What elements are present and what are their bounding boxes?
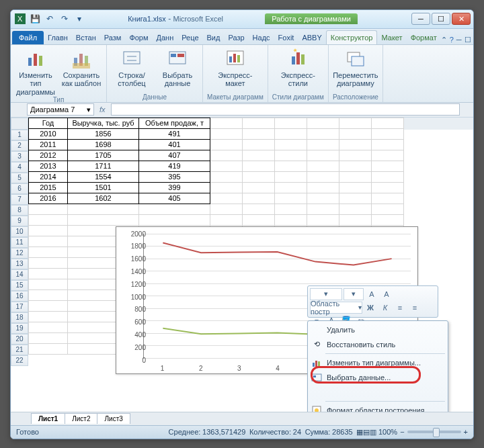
sheet-tab-bar[interactable]: Лист1 Лист2 Лист3 — [11, 412, 473, 425]
tab-design[interactable]: Конструктор — [326, 30, 378, 44]
cell[interactable] — [307, 204, 339, 214]
cell[interactable] — [29, 225, 68, 236]
row-header[interactable]: 13 — [11, 259, 28, 269]
cell[interactable] — [372, 118, 404, 128]
name-box[interactable]: Диаграмма 7▾ — [27, 103, 94, 116]
cell[interactable] — [307, 118, 339, 128]
row-header[interactable]: 9 — [11, 216, 28, 226]
cell[interactable] — [339, 161, 372, 171]
cell[interactable]: 1698 — [68, 139, 139, 150]
cell[interactable] — [339, 193, 372, 204]
row-header[interactable]: 1 — [11, 130, 28, 140]
cell[interactable] — [372, 161, 404, 171]
cell[interactable] — [307, 193, 339, 204]
align-icon[interactable]: ≡ — [393, 302, 407, 314]
cell[interactable]: 2012 — [29, 150, 68, 161]
cell[interactable] — [139, 214, 210, 225]
tab-addins[interactable]: Надс — [249, 31, 274, 44]
mini-toolbar[interactable]: ▾ ▾ A A Область постр▾ Ж К ≡ ≡ ≡ A 🪣 ✏ — [307, 285, 438, 318]
row-header[interactable]: 17 — [11, 302, 28, 312]
doc-restore-icon[interactable]: ☐ — [465, 36, 471, 44]
cell[interactable] — [210, 171, 243, 182]
fx-icon[interactable]: fx — [99, 105, 106, 114]
cell[interactable] — [339, 182, 372, 193]
row-header[interactable]: 14 — [11, 269, 28, 280]
tab-formulas[interactable]: Форм — [125, 31, 152, 44]
zoom-level[interactable]: 100% — [378, 428, 397, 436]
row-header[interactable]: 5 — [11, 173, 28, 183]
row-header[interactable]: 15 — [11, 280, 28, 291]
help-icon[interactable]: ? — [450, 36, 454, 44]
row-header[interactable]: 22 — [11, 355, 28, 366]
row-header[interactable]: 4 — [11, 162, 28, 173]
cell[interactable] — [275, 182, 307, 193]
cell[interactable]: 1501 — [68, 182, 139, 193]
cell[interactable] — [139, 204, 210, 214]
cell[interactable] — [307, 128, 339, 139]
cell[interactable] — [29, 332, 68, 343]
cell[interactable]: Выручка, тыс. руб — [68, 118, 139, 128]
tab-foxit[interactable]: Foxit — [274, 31, 298, 44]
menu-item[interactable]: Выбрать данные... — [308, 370, 448, 385]
cell[interactable]: 1554 — [68, 171, 139, 182]
italic-icon[interactable]: К — [378, 302, 392, 314]
cell[interactable] — [339, 214, 372, 225]
formula-input[interactable] — [111, 103, 460, 116]
shrink-font-icon[interactable]: A — [380, 288, 393, 300]
cell[interactable]: 395 — [139, 171, 210, 182]
cell[interactable] — [372, 171, 404, 182]
cell[interactable]: 2016 — [29, 193, 68, 204]
cell[interactable] — [210, 204, 243, 214]
align2-icon[interactable]: ≡ — [408, 302, 421, 314]
cell[interactable] — [307, 150, 339, 161]
cell[interactable] — [275, 161, 307, 171]
cell[interactable]: 2014 — [29, 171, 68, 182]
cell[interactable] — [243, 161, 275, 171]
cell[interactable]: 1711 — [68, 161, 139, 171]
cell[interactable] — [243, 214, 275, 225]
grow-font-icon[interactable]: A — [365, 288, 378, 300]
row-header[interactable]: 8 — [11, 205, 28, 216]
menu-item[interactable]: Формат области построения... — [308, 403, 448, 412]
cell[interactable] — [210, 182, 243, 193]
cell[interactable] — [372, 128, 404, 139]
cell[interactable] — [210, 139, 243, 150]
cell[interactable] — [372, 204, 404, 214]
cell[interactable] — [275, 193, 307, 204]
zoom-control[interactable]: 100% −+ — [378, 428, 468, 436]
cell[interactable] — [307, 171, 339, 182]
cell[interactable] — [243, 150, 275, 161]
cell[interactable] — [210, 161, 243, 171]
view-normal-icon[interactable]: ▦ — [356, 428, 363, 437]
row-header[interactable]: 6 — [11, 183, 28, 194]
maximize-button[interactable]: ☐ — [432, 13, 450, 25]
cell[interactable] — [339, 118, 372, 128]
cell[interactable]: 1602 — [68, 193, 139, 204]
cell[interactable] — [307, 161, 339, 171]
tab-review[interactable]: Реце — [177, 31, 202, 44]
cell[interactable]: 1856 — [68, 128, 139, 139]
cell[interactable] — [243, 139, 275, 150]
cell[interactable] — [275, 150, 307, 161]
menu-item[interactable]: ⟲Восстановить стиль — [308, 337, 448, 352]
row-header[interactable]: 12 — [11, 248, 28, 259]
sheet-tab[interactable]: Лист2 — [65, 413, 97, 424]
cell[interactable] — [243, 204, 275, 214]
cell[interactable]: Год — [29, 118, 68, 128]
change-chart-type-button[interactable]: Изменить тип диаграммы — [15, 48, 56, 97]
cell[interactable] — [29, 279, 68, 289]
cell[interactable] — [243, 118, 275, 128]
cell[interactable] — [243, 128, 275, 139]
qat-more-icon[interactable]: ▾ — [73, 12, 86, 26]
fontsize-dropdown[interactable]: ▾ — [344, 288, 364, 300]
cell[interactable] — [275, 118, 307, 128]
cell[interactable]: 491 — [139, 128, 210, 139]
cell[interactable] — [210, 150, 243, 161]
cell[interactable]: Объем продаж, т — [139, 118, 210, 128]
cell[interactable] — [307, 139, 339, 150]
cell[interactable] — [339, 128, 372, 139]
tab-file[interactable]: Файл — [12, 31, 44, 44]
minimize-button[interactable]: ─ — [411, 13, 430, 25]
cell[interactable] — [275, 214, 307, 225]
close-button[interactable]: ✕ — [452, 13, 471, 25]
